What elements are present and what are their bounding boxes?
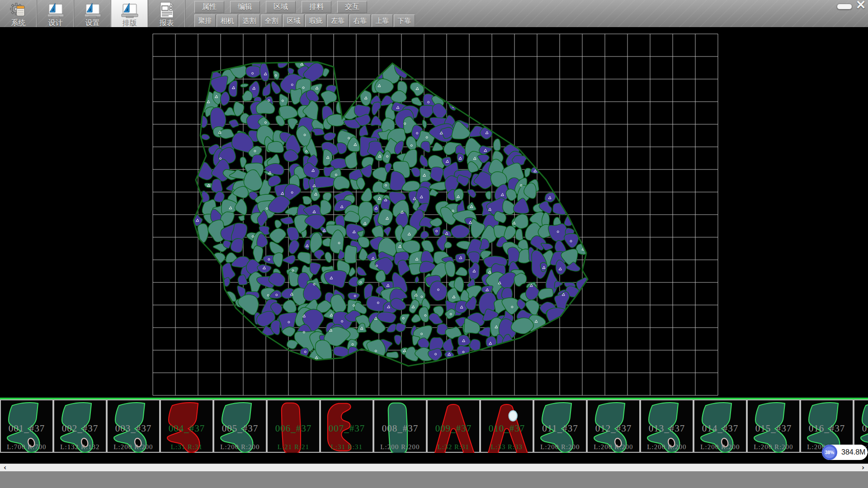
piece-shape-boot [748,400,799,453]
toolbar-tab-label: 设置 [85,19,100,27]
thumbnail-014_#37[interactable]: 014_#37L:200 R:200 [693,399,747,453]
thumbnail-003_#37[interactable]: 003_#37L:200 R:200 [107,399,160,453]
thumbnail-001_#37[interactable]: 001_#37L:700 R:700 [0,399,53,453]
design-icon [46,0,66,19]
memory-status-bubble: 38% 384.8M [822,445,868,460]
piece-shape-boot [641,400,693,453]
design-icon [83,0,103,19]
menu-button-menu_row2-5[interactable]: 瑕疵 [305,14,326,27]
thumbnail-005_#37[interactable]: 005_#37L:200 R:200 [213,399,267,453]
menu-button-menu_row2-9[interactable]: 下靠 [394,14,415,27]
system-icon [9,0,28,19]
menu-button-menu_row1-3[interactable]: 排料 [302,1,331,13]
piece-shape-arch [428,400,479,453]
menu-button-menu_row2-7[interactable]: 右靠 [349,14,371,27]
menu-button-menu_row2-8[interactable]: 上靠 [372,14,393,27]
thumbnail-004_#37[interactable]: 004_#37L:31 R:31 [160,399,213,453]
menu-button-menu_row2-0[interactable]: 聚排 [194,14,216,27]
piece-shape-bottle [268,400,319,453]
scroll-left-arrow-icon[interactable]: ‹ [1,464,9,472]
piece-filmstrip: 001_#37L:700 R:700002_#37L:132 R:132003_… [0,398,868,455]
menu-button-menu_row1-1[interactable]: 编辑 [230,1,260,13]
piece-shape-boot [108,400,159,453]
scroll-right-arrow-icon[interactable]: › [859,464,867,472]
filmstrip-thumbnails: 001_#37L:700 R:700002_#37L:132 R:132003_… [0,399,868,453]
thumbnail-010_#37[interactable]: 010_#37L:33 R:33 [480,399,533,453]
menu-row-2: 聚排相机选割全割区域瑕疵左靠右靠上靠下靠 [194,14,416,27]
piece-shape-boot [694,400,746,453]
piece-shape-boot [534,400,586,453]
toolbar-tab-design-2[interactable]: 设置 [74,0,111,27]
thumbnail-009_#37[interactable]: 009_#37L:32 R:31 [427,399,480,453]
menu-button-menu_row1-2[interactable]: 区域 [266,1,296,13]
thumbnail-013_#37[interactable]: 013_#37L:200 R:200 [640,399,693,453]
menu-button-menu_row2-2[interactable]: 选割 [239,14,260,27]
piece-shape-boot [214,400,266,453]
piece-shape-bottle [374,400,426,453]
design-ruler-icon [83,2,103,19]
toolbar-tab-design-1[interactable]: 设计 [37,0,74,27]
toolbar-tab-label: 报表 [160,19,174,27]
piece-shape-boot [54,400,106,453]
thumbnail-015_#37[interactable]: 015_#37L:200 R:200 [747,399,800,453]
toolbar-tab-system-0[interactable]: 系统 [0,0,37,27]
report-document-icon [158,1,176,19]
menu-row-1: 属性编辑区域排料交互 [194,1,416,13]
toolbar-tab-label: 排版 [123,19,137,27]
piece-shape-boot [588,400,639,453]
status-bar [0,471,868,488]
thumbnail-002_#37[interactable]: 002_#37L:132 R:132 [53,399,107,453]
menu-button-menu_row2-1[interactable]: 相机 [217,14,238,27]
report-icon [158,0,176,19]
progress-percent-badge: 38% [822,445,837,460]
main-toolbar: 系统设计设置排版报表 属性编辑区域排料交互 聚排相机选割全割区域瑕疵左靠右靠上靠… [0,0,868,27]
system-gear-icon [9,2,28,19]
nested-pieces[interactable] [192,55,590,367]
menu-button-menu_row1-0[interactable]: 属性 [194,1,224,13]
toolbar-tab-label: 系统 [11,19,26,27]
piece-shape-boot [161,400,212,453]
toolbar-tab-report-4[interactable]: 报表 [148,0,185,27]
menu-button-menu_row2-4[interactable]: 区域 [283,14,304,27]
thumbnail-012_#37[interactable]: 012_#37L:200 R:200 [587,399,640,453]
main-toolbar-tabs: 系统设计设置排版报表 [0,0,185,27]
menu-button-menu_row2-3[interactable]: 全割 [261,14,282,27]
menu-area: 属性编辑区域排料交互 聚排相机选割全割区域瑕疵左靠右靠上靠下靠 [194,0,416,27]
thumbnail-007_#37[interactable]: 007_#37L:31 R:31 [320,399,373,453]
thumbnail-006_#37[interactable]: 006_#37L:21 R:21 [267,399,320,453]
horizontal-scrollbar[interactable]: ‹ › [0,464,868,472]
thumbnail-011_#37[interactable]: 011_#37L:200 R:200 [533,399,587,453]
piece-shape-boot [1,400,52,453]
piece-shape-cshape [321,400,373,453]
toolbar-tab-label: 设计 [48,19,63,27]
design-icon [120,0,140,19]
thumbnail-008_#37[interactable]: 008_#37L:200 R:200 [373,399,427,453]
design-ruler-icon [120,2,140,19]
menu-button-menu_row1-4[interactable]: 交互 [337,1,367,13]
piece-shape-arch [481,400,533,453]
menu-button-menu_row2-6[interactable]: 左靠 [327,14,349,27]
toolbar-tab-design-3[interactable]: 排版 [111,0,148,27]
close-button[interactable]: ✕ [854,0,868,11]
app-window: 系统设计设置排版报表 属性编辑区域排料交互 聚排相机选割全割区域瑕疵左靠右靠上靠… [0,0,868,488]
minimize-button[interactable] [837,4,852,9]
design-ruler-icon [46,2,66,19]
memory-usage-label: 384.8M [841,448,865,456]
